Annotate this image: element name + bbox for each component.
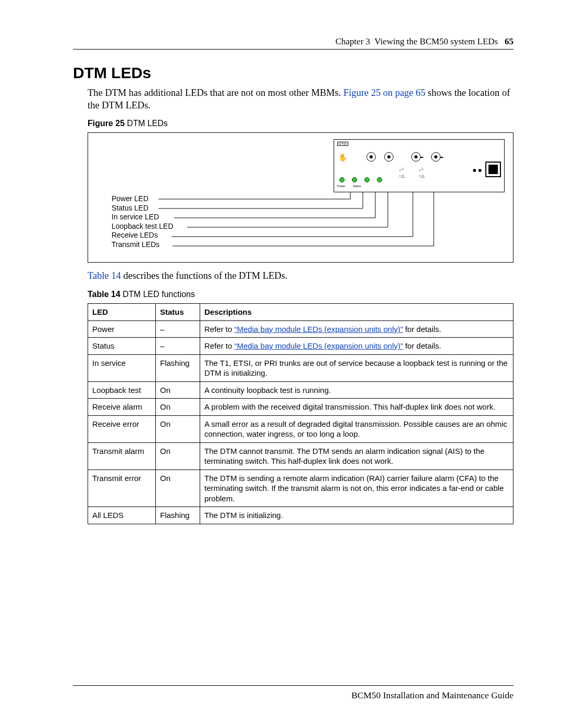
led-inservice-icon [364,177,370,182]
led-status-icon [352,177,357,182]
table-caption: Table 14 DTM LED functions [88,290,513,299]
cell-status: Flashing [156,354,200,381]
cell-led: Status [88,338,156,355]
callout-loopback-led: Loopback test LED [112,222,173,231]
tx-alarm-icon: ○△ [419,167,424,172]
header-rule [73,49,513,50]
cell-status: On [156,442,200,470]
intro-paragraph: The DTM has additional LEDs that are not… [88,87,513,112]
th-led: LED [88,304,156,321]
tx-error-icon: ○△ [419,174,424,178]
table-row: Loopback testOnA continuity loopback tes… [88,381,513,399]
dtm-label: DTM [337,142,348,146]
cell-status: – [156,320,200,338]
callout-inservice-led: In service LED [112,213,173,222]
callout-power-led: Power LED [112,194,173,204]
cell-desc: A continuity loopback test is running. [200,381,513,399]
dtm-panel: DTM ✋ Power Status ○△ ○△ ○△ ○△ ●● [334,139,505,192]
cell-status: On [156,381,200,399]
cell-desc: Refer to “Media bay module LEDs (expansi… [200,320,513,338]
table-row: Receive errorOnA small error as a result… [88,415,513,442]
figure-25: Power LED Status LED In service LED Loop… [88,132,513,263]
cell-led: Transmit alarm [88,442,156,470]
section-heading: DTM LEDs [73,64,513,82]
screw-dots-icon: ●● [472,166,483,174]
table-row: Power–Refer to “Media bay module LEDs (e… [88,320,513,338]
running-header: Chapter 3 Viewing the BCM50 system LEDs … [73,36,513,47]
callout-transmit-leds: Transmit LEDs [112,240,173,250]
cell-desc: A small error as a result of degraded di… [200,415,513,442]
table-xref-link[interactable]: Table 14 [88,270,121,281]
table-row: Transmit alarmOnThe DTM cannot transmit.… [88,442,513,470]
th-status: Status [156,304,200,321]
media-bay-xref-link[interactable]: “Media bay module LEDs (expansion units … [235,325,403,334]
table-row: All LEDSFlashingThe DTM is initializing. [88,507,513,524]
rx-error-icon: ○△ [399,174,405,178]
cell-desc: The T1, ETSI, or PRI trunks are out of s… [200,354,513,381]
th-desc: Descriptions [200,304,513,321]
figure-xref-link[interactable]: Figure 25 on page 65 [344,88,425,98]
dtm-led-functions-table: LED Status Descriptions Power–Refer to “… [88,303,513,524]
cell-desc: The DTM cannot transmit. The DTM sends a… [200,442,513,470]
cell-status: Flashing [156,507,200,524]
cell-led: Transmit error [88,470,156,507]
table-header-row: LED Status Descriptions [88,304,513,321]
cell-status: On [156,415,200,442]
rj-jack-icon [485,162,501,177]
table-row: Transmit errorOnThe DTM is sending a rem… [88,470,513,507]
led-loopback-icon [377,177,382,182]
cell-led: Receive alarm [88,399,156,416]
led-power-icon [339,177,345,182]
media-bay-xref-link[interactable]: “Media bay module LEDs (expansion units … [235,341,403,350]
callout-status-led: Status LED [112,204,173,213]
esd-icon: ✋ [338,153,347,162]
rx-alarm-icon: ○△ [399,167,404,172]
cell-led: In service [88,354,156,381]
cell-desc: The DTM is sending a remote alarm indica… [200,470,513,507]
power-tiny-label: Power [337,184,346,188]
status-tiny-label: Status [353,184,361,188]
bnc-3-icon [411,152,421,162]
cell-desc: Refer to “Media bay module LEDs (expansi… [200,338,513,355]
footer-rule [73,685,513,686]
table-intro: Table 14 describes the functions of the … [88,270,513,282]
figure-callouts: Power LED Status LED In service LED Loop… [112,194,173,249]
cell-status: On [156,399,200,416]
footer-text: BCM50 Installation and Maintenance Guide [351,690,513,700]
bnc-4-icon [431,152,440,162]
cell-desc: A problem with the received digital tran… [200,399,513,416]
cell-status: On [156,470,200,507]
cell-status: – [156,338,200,355]
cell-led: Power [88,320,156,338]
table-row: In serviceFlashingThe T1, ETSI, or PRI t… [88,354,513,381]
bnc-2-icon [384,152,394,162]
cell-led: Loopback test [88,381,156,399]
table-row: Receive alarmOnA problem with the receiv… [88,399,513,416]
cell-led: All LEDS [88,507,156,524]
cell-desc: The DTM is initializing. [200,507,513,524]
cell-led: Receive error [88,415,156,442]
figure-caption: Figure 25 DTM LEDs [88,119,513,128]
bnc-1-icon [366,152,376,162]
table-row: Status–Refer to “Media bay module LEDs (… [88,338,513,355]
callout-receive-leds: Receive LEDs [112,231,173,240]
